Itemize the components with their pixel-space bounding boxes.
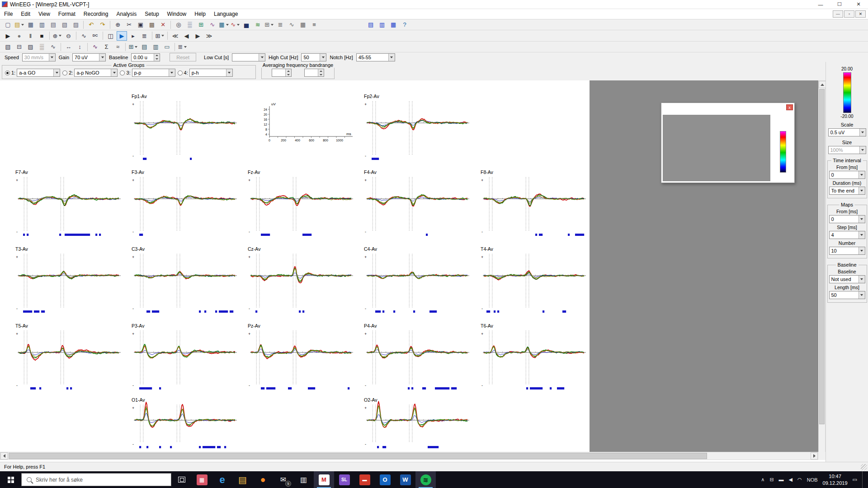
task-view-taskbar-button[interactable] xyxy=(171,471,192,488)
paste-icon[interactable]: ▩ xyxy=(146,20,157,29)
wave-tool-icon[interactable]: ∿ xyxy=(48,42,58,52)
low-cut-select[interactable] xyxy=(232,53,265,61)
record-icon[interactable]: ● xyxy=(14,31,24,41)
stretch-vertical-icon[interactable]: ↕ xyxy=(75,42,85,52)
spotify-app-taskbar-button[interactable]: ≋ xyxy=(415,471,436,488)
eeg-plot-p3-av[interactable]: P3-Av+- xyxy=(131,324,238,392)
taskbar-search[interactable]: Skriv her for å søke xyxy=(21,473,171,486)
resize-grip[interactable] xyxy=(861,464,867,470)
scroll-right-arrow[interactable] xyxy=(811,452,818,460)
eeg-plot-f4-av[interactable]: F4-Av+- xyxy=(363,170,470,239)
dc-correction-icon[interactable]: DC xyxy=(90,31,100,41)
eeg-plot-p4-av[interactable]: P4-Av+- xyxy=(363,324,470,392)
bandrange-low-spinner[interactable] xyxy=(272,69,292,77)
histogram-icon[interactable]: ▅ xyxy=(241,20,252,29)
eeg-plot-fp2-av[interactable]: Fp2-Av+- xyxy=(363,94,470,163)
start-button[interactable] xyxy=(0,471,21,488)
stretch-horizontal-icon[interactable]: ↔ xyxy=(63,42,74,52)
horizontal-scrollbar[interactable] xyxy=(0,452,818,460)
eeg-plot-t5-av[interactable]: T5-Av+- xyxy=(15,324,122,392)
insert-table-icon[interactable]: ⊞ xyxy=(196,20,206,29)
page-setup-icon[interactable]: ▨ xyxy=(71,20,81,29)
menu-window[interactable]: Window xyxy=(163,9,191,19)
file-explorer-taskbar-button[interactable]: ▤ xyxy=(232,471,253,488)
scroll-up-arrow[interactable] xyxy=(819,81,826,88)
eeg-plot-cz-av[interactable]: Cz-Av+- xyxy=(247,247,354,315)
mdi-minimize-button[interactable]: — xyxy=(833,10,843,18)
maps-number-select[interactable]: 10 xyxy=(829,247,865,255)
eeg-plot-t4-av[interactable]: T4-Av+- xyxy=(480,247,587,315)
scale-select[interactable]: 0.5 uV xyxy=(828,128,866,136)
artifact-tool-icon[interactable]: ▒ xyxy=(37,42,47,52)
active-group-select-3[interactable]: p-p xyxy=(132,69,175,77)
delete-icon[interactable]: ✕ xyxy=(158,20,168,29)
active-group-radio-3[interactable] xyxy=(120,70,125,75)
reset-button[interactable]: Reset xyxy=(170,53,196,61)
copy-icon[interactable]: ▣ xyxy=(135,20,146,29)
battery-icon[interactable]: ▬ xyxy=(779,477,784,483)
last-page-icon[interactable]: ≫ xyxy=(204,31,214,41)
close-button[interactable]: ✕ xyxy=(849,0,868,9)
select-fragment-icon[interactable]: ▒ xyxy=(184,20,195,29)
run-analysis-icon[interactable]: ▶ xyxy=(117,31,127,41)
print-icon[interactable]: ▤ xyxy=(48,20,58,29)
split-view-icon[interactable]: ◫ xyxy=(105,31,116,41)
first-page-icon[interactable]: ≪ xyxy=(170,31,180,41)
wineeg-app-taskbar-button[interactable]: M xyxy=(314,471,334,488)
cut-icon[interactable]: ✂ xyxy=(124,20,134,29)
table-view-icon[interactable]: ⊞ xyxy=(264,20,274,29)
spinner-arrows[interactable] xyxy=(154,54,160,61)
size-select[interactable]: 100% xyxy=(828,146,866,154)
speed-select[interactable]: 30 mm/s xyxy=(22,53,56,61)
menu-edit[interactable]: Edit xyxy=(17,9,34,19)
prev-page-icon[interactable]: ◀ xyxy=(181,31,192,41)
menu-setup[interactable]: Setup xyxy=(141,9,163,19)
menu-format[interactable]: Format xyxy=(54,9,80,19)
horizontal-scroll-thumb[interactable] xyxy=(9,453,707,459)
time-from-select[interactable]: 0 xyxy=(829,171,865,179)
duration-select[interactable]: To the end xyxy=(829,187,865,195)
channel-selector-icon[interactable]: ≣ xyxy=(177,42,188,52)
mail-app-taskbar-button[interactable]: ✉5 xyxy=(273,471,293,488)
select-tool-icon[interactable]: ▧ xyxy=(3,42,13,52)
menu-file[interactable]: File xyxy=(0,9,17,19)
eeg-plot-t3-av[interactable]: T3-Av+- xyxy=(15,247,122,315)
eeg-plot-f7-av[interactable]: F7-Av+- xyxy=(15,170,122,239)
taskbar-clock[interactable]: 10:47 09.12.2019 xyxy=(823,473,848,486)
new-exam-icon[interactable]: ▢ xyxy=(3,20,13,29)
volume-icon[interactable]: ◀ xyxy=(789,477,793,483)
print-preview-icon[interactable]: ▧ xyxy=(59,20,70,29)
bandrange-high-spinner[interactable] xyxy=(304,69,324,77)
measure-tool-icon[interactable]: ⊟ xyxy=(14,42,24,52)
layout-rows-icon[interactable]: ▤ xyxy=(139,42,150,52)
active-group-radio-4[interactable] xyxy=(178,70,183,75)
mdi-close-button[interactable]: ✕ xyxy=(855,10,866,18)
erp-analysis-icon[interactable]: ∿ xyxy=(230,20,241,29)
map-window[interactable]: x xyxy=(661,103,795,183)
redo-icon[interactable]: ↷ xyxy=(97,20,108,29)
maps-step-select[interactable]: 4 xyxy=(829,231,865,239)
notification-center-icon[interactable]: ▭ xyxy=(853,477,857,483)
show-desktop-button[interactable] xyxy=(862,471,864,488)
save-group-icon[interactable]: ▥ xyxy=(37,20,47,29)
play-icon[interactable]: ▶ xyxy=(3,31,13,41)
save-icon[interactable]: ▦ xyxy=(25,20,36,29)
pause-icon[interactable]: ‖ xyxy=(25,31,36,41)
network-icon[interactable]: ◠ xyxy=(797,477,802,483)
reader-app-taskbar-button[interactable]: ▬ xyxy=(354,471,375,488)
language-indicator[interactable]: NOB xyxy=(807,477,818,483)
close-icon[interactable]: x xyxy=(786,104,793,110)
vertical-scroll-thumb[interactable] xyxy=(819,89,825,424)
fragment-tool-icon[interactable]: ▨ xyxy=(25,42,36,52)
average-tool-icon[interactable]: ≈ xyxy=(113,42,123,52)
minimize-button[interactable]: — xyxy=(811,0,830,9)
stop-icon[interactable]: ■ xyxy=(37,31,47,41)
outlook-app-taskbar-button[interactable]: O xyxy=(375,471,395,488)
eeg-plot-fz-av[interactable]: Fz-Av+- xyxy=(247,170,354,239)
word-app-taskbar-button[interactable]: W xyxy=(395,471,415,488)
value-list-icon[interactable]: ≣ xyxy=(275,20,286,29)
mdi-restore-button[interactable]: ▫ xyxy=(844,10,854,18)
notch-select[interactable]: 45-55 xyxy=(356,53,395,61)
microsoft-store-taskbar-button[interactable]: ▥ xyxy=(293,471,314,488)
gain-select[interactable]: 70 uV xyxy=(72,53,106,61)
